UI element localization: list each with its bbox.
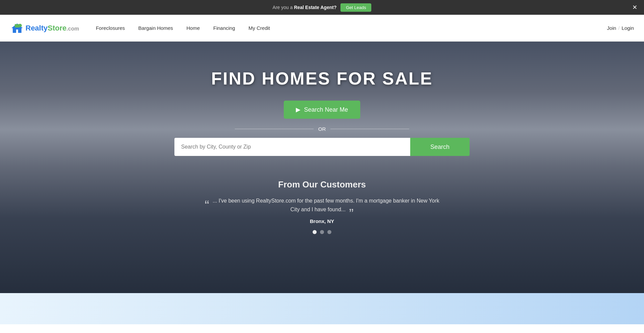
carousel-dot-2[interactable]: [320, 230, 324, 234]
get-leads-button[interactable]: Get Leads: [340, 3, 371, 12]
carousel-dots: [0, 230, 644, 234]
nav-item-home[interactable]: Home: [180, 15, 207, 42]
header-divider: /: [618, 25, 620, 31]
search-near-me-button[interactable]: ▶ Search Near Me: [284, 101, 360, 119]
search-button[interactable]: Search: [410, 138, 470, 156]
logo-store: Store: [48, 24, 66, 32]
carousel-dot-1[interactable]: [313, 230, 317, 234]
hero-section: FIND HOMES FOR SALE ▶ Search Near Me OR …: [0, 42, 644, 293]
logo-realty: Realty: [25, 24, 48, 32]
or-label: OR: [318, 126, 326, 132]
carousel-dot-3[interactable]: [327, 230, 331, 234]
testimonials-section: From Our Customers “ ... I've been using…: [0, 176, 644, 234]
header: RealtyStore.com Foreclosures Bargain Hom…: [0, 15, 644, 42]
nav-item-my-credit[interactable]: My Credit: [242, 15, 277, 42]
nav-item-bargain-homes[interactable]: Bargain Homes: [131, 15, 179, 42]
logo-text: RealtyStore.com: [25, 24, 79, 33]
search-bar: Search: [174, 138, 470, 156]
banner-bold-text: Real Estate Agent?: [294, 5, 336, 10]
top-banner: Are you a Real Estate Agent? Get Leads ✕: [0, 0, 644, 15]
close-banner-button[interactable]: ✕: [632, 4, 637, 10]
nav-item-foreclosures[interactable]: Foreclosures: [89, 15, 132, 42]
join-link[interactable]: Join: [607, 25, 616, 31]
hero-title: FIND HOMES FOR SALE: [211, 68, 433, 89]
hero-content: FIND HOMES FOR SALE ▶ Search Near Me OR …: [0, 42, 644, 234]
logo-com: .com: [66, 26, 79, 32]
banner-text: Are you a Real Estate Agent?: [273, 5, 337, 10]
nav-item-financing[interactable]: Financing: [207, 15, 242, 42]
quote-close-icon: ”: [349, 206, 354, 221]
main-nav: Foreclosures Bargain Homes Home Financin…: [89, 15, 607, 42]
header-right: Join / Login: [607, 25, 634, 31]
or-divider: OR: [235, 126, 409, 132]
bottom-strip: [0, 293, 644, 324]
logo[interactable]: RealtyStore.com: [10, 23, 79, 34]
quote-open-icon: “: [205, 198, 209, 213]
location-icon: ▶: [296, 106, 301, 113]
login-link[interactable]: Login: [622, 25, 634, 31]
testimonial-body: “ ... I've been using RealtyStore.com fo…: [205, 197, 439, 214]
testimonial-location: Bronx, NY: [0, 218, 644, 224]
svg-point-2: [18, 24, 22, 27]
logo-icon: [10, 23, 24, 34]
testimonial-text: ... I've been using RealtyStore.com for …: [213, 198, 439, 212]
search-near-me-label: Search Near Me: [304, 106, 348, 113]
testimonials-title: From Our Customers: [0, 179, 644, 190]
search-input[interactable]: [174, 138, 410, 156]
